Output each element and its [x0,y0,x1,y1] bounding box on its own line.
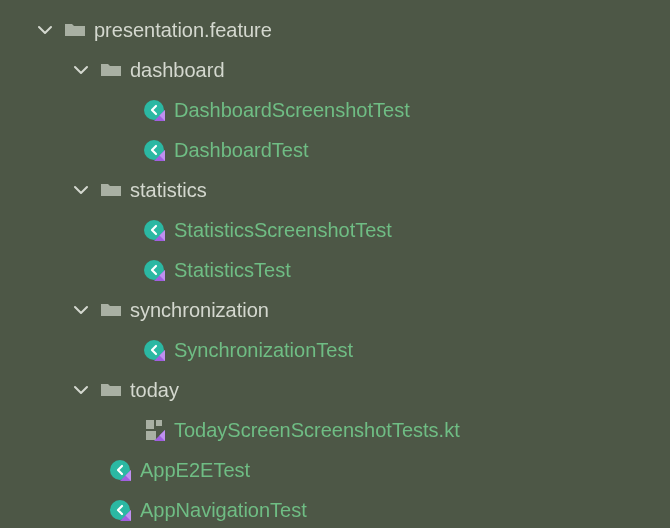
chevron-down-icon [72,181,90,199]
tree-item-dashboard-screenshot-test[interactable]: DashboardScreenshotTest [0,90,670,130]
kotlin-class-icon [142,338,166,362]
tree-folder-statistics[interactable]: statistics [0,170,670,210]
kotlin-class-icon [142,98,166,122]
folder-icon [64,21,86,39]
class-label: AppNavigationTest [140,499,307,522]
tree-item-dashboard-test[interactable]: DashboardTest [0,130,670,170]
folder-label: synchronization [130,299,269,322]
folder-icon [100,381,122,399]
tree-folder-today[interactable]: today [0,370,670,410]
tree-item-today-screenshot-file[interactable]: TodayScreenScreenshotTests.kt [0,410,670,450]
tree-folder-dashboard[interactable]: dashboard [0,50,670,90]
tree-item-app-e2e-test[interactable]: AppE2ETest [0,450,670,490]
folder-label: statistics [130,179,207,202]
chevron-down-icon [72,301,90,319]
class-label: DashboardScreenshotTest [174,99,410,122]
tree-item-synchronization-test[interactable]: SynchronizationTest [0,330,670,370]
folder-label: today [130,379,179,402]
tree-item-statistics-test[interactable]: StatisticsTest [0,250,670,290]
kotlin-class-icon [108,498,132,522]
folder-icon [100,181,122,199]
kotlin-class-icon [108,458,132,482]
folder-icon [100,301,122,319]
tree-item-app-navigation-test[interactable]: AppNavigationTest [0,490,670,528]
chevron-down-icon [72,61,90,79]
class-label: StatisticsScreenshotTest [174,219,392,242]
class-label: AppE2ETest [140,459,250,482]
chevron-down-icon [72,381,90,399]
tree-folder-synchronization[interactable]: synchronization [0,290,670,330]
class-label: DashboardTest [174,139,309,162]
tree-folder-presentation-feature[interactable]: presentation.feature [0,10,670,50]
chevron-down-icon [36,21,54,39]
class-label: SynchronizationTest [174,339,353,362]
folder-icon [100,61,122,79]
project-tree: presentation.feature dashboard Dashboard… [0,10,670,528]
tree-item-statistics-screenshot-test[interactable]: StatisticsScreenshotTest [0,210,670,250]
folder-label: presentation.feature [94,19,272,42]
folder-label: dashboard [130,59,225,82]
class-label: StatisticsTest [174,259,291,282]
kotlin-class-icon [142,138,166,162]
kotlin-file-icon [142,418,166,442]
kotlin-class-icon [142,218,166,242]
kotlin-class-icon [142,258,166,282]
file-label: TodayScreenScreenshotTests.kt [174,419,460,442]
